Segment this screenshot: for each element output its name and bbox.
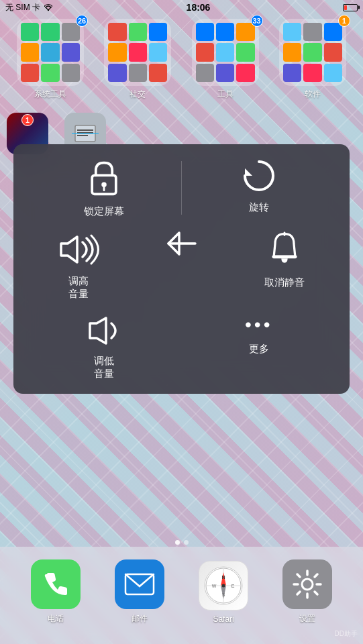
folder-label-software: 软件 xyxy=(305,89,321,100)
svg-point-28 xyxy=(302,579,313,590)
status-left: 无 SIM 卡 xyxy=(5,2,54,13)
status-time: 18:06 xyxy=(187,2,211,13)
dock-item-safari[interactable]: N S E W Safari xyxy=(199,561,248,624)
popup-rotate-label: 旋转 xyxy=(249,201,269,214)
popup-item-lock[interactable]: 锁定屏幕 xyxy=(27,158,181,218)
folder-badge-software: 1 xyxy=(338,15,350,27)
page-dots xyxy=(0,540,363,545)
app-mini xyxy=(62,64,80,82)
folder-software[interactable]: 1 软件 xyxy=(274,19,352,100)
dock-icon-mail[interactable] xyxy=(115,559,164,609)
svg-rect-4 xyxy=(77,135,88,136)
app-mini xyxy=(108,43,126,61)
more-dots-icon: ••• xyxy=(245,314,272,335)
app-mini xyxy=(303,23,321,41)
back-arrow-icon xyxy=(167,231,197,256)
dock-icon-phone[interactable] xyxy=(31,559,81,609)
popup-item-volume-up[interactable]: 调高 音量 xyxy=(27,231,130,301)
app-mini xyxy=(303,43,321,61)
volume-up-icon xyxy=(57,231,100,268)
folder-box-social[interactable] xyxy=(104,19,171,86)
svg-point-0 xyxy=(48,9,49,11)
popup-item-bell[interactable]: 取消静音 xyxy=(233,231,336,289)
dock-item-mail[interactable]: 邮件 xyxy=(115,559,164,625)
app-mini xyxy=(216,23,234,41)
battery-fill xyxy=(344,5,347,10)
app-mini xyxy=(149,23,167,41)
popup-item-back-arrow[interactable] xyxy=(130,231,234,256)
app-mini xyxy=(236,43,254,61)
app-mini xyxy=(108,23,126,41)
app-mini xyxy=(41,23,59,41)
popup-row-1: 锁定屏幕 旋转 xyxy=(27,158,336,218)
folder-box-system-tools[interactable]: 26 xyxy=(17,19,84,86)
svg-rect-13 xyxy=(272,255,297,258)
popup-volume-up-label: 调高 音量 xyxy=(68,274,89,301)
app-mini xyxy=(21,64,39,82)
popup-item-rotate[interactable]: 旋转 xyxy=(182,158,336,214)
wifi-icon xyxy=(43,3,54,11)
app-mini xyxy=(41,64,59,82)
app-mini xyxy=(216,43,234,61)
app-mini xyxy=(149,64,167,82)
dock-label-mail: 邮件 xyxy=(132,613,148,625)
popup-volume-down-label: 调低 音量 xyxy=(94,354,114,380)
svg-marker-10 xyxy=(61,237,77,262)
app-mini xyxy=(303,64,321,82)
app-mini xyxy=(108,64,126,82)
svg-text:S: S xyxy=(222,592,225,597)
popup-more-label: 更多 xyxy=(249,342,269,356)
app-mini xyxy=(324,23,342,41)
app-mini xyxy=(196,43,214,61)
dock: 电话 邮件 N S xyxy=(0,547,363,644)
battery-icon xyxy=(343,4,358,11)
svg-marker-9 xyxy=(245,168,252,176)
popup-item-more[interactable]: ••• 更多 xyxy=(182,314,337,356)
scanner-graphic xyxy=(72,120,99,147)
dock-item-settings[interactable]: 设置 xyxy=(282,559,332,625)
app-mini xyxy=(62,23,80,41)
folder-badge-system-tools: 26 xyxy=(76,15,88,27)
folder-label-social: 社交 xyxy=(129,89,146,100)
popup-row-2: 调高 音量 取消静音 xyxy=(27,231,336,301)
popup-row-3: 调低 音量 ••• 更多 xyxy=(27,314,336,380)
lock-icon xyxy=(86,158,122,198)
svg-rect-2 xyxy=(77,129,93,131)
svg-rect-5 xyxy=(72,133,99,134)
app-mini xyxy=(21,43,39,61)
app-mini xyxy=(283,23,301,41)
app-mini xyxy=(196,64,214,82)
watermark: DD助手 xyxy=(335,629,358,639)
svg-line-33 xyxy=(297,574,300,577)
svg-text:E: E xyxy=(231,584,235,588)
popup-lock-label: 锁定屏幕 xyxy=(84,205,124,218)
app-mini xyxy=(41,43,59,61)
popup-bell-label: 取消静音 xyxy=(264,276,305,289)
dock-icon-settings[interactable] xyxy=(282,559,332,609)
volume-down-icon xyxy=(86,314,122,347)
app-mini xyxy=(129,23,147,41)
svg-marker-15 xyxy=(90,318,106,343)
folder-system-tools[interactable]: 26 系统工具 xyxy=(11,19,89,100)
dock-icon-safari[interactable]: N S E W xyxy=(199,561,248,610)
folder-social[interactable]: 社交 xyxy=(99,19,176,100)
folder-box-tools[interactable]: 33 xyxy=(192,19,259,86)
mail-icon xyxy=(124,573,155,596)
app-mini xyxy=(283,64,301,82)
phone-icon xyxy=(42,570,70,598)
settings-icon xyxy=(293,570,322,599)
app-mini xyxy=(236,64,254,82)
app-mini xyxy=(129,64,147,82)
popup-item-volume-down[interactable]: 调低 音量 xyxy=(27,314,182,380)
folder-box-software[interactable]: 1 xyxy=(279,19,346,86)
app-mini xyxy=(216,64,234,82)
app-mini xyxy=(21,23,39,41)
dock-item-phone[interactable]: 电话 xyxy=(31,559,81,625)
app-mini xyxy=(149,43,167,61)
svg-point-23 xyxy=(222,584,225,587)
folder-tools[interactable]: 33 工具 xyxy=(187,19,264,100)
app-mini xyxy=(324,43,342,61)
svg-line-35 xyxy=(315,574,317,577)
page-dot-1 xyxy=(175,540,180,545)
app-mini xyxy=(324,64,342,82)
